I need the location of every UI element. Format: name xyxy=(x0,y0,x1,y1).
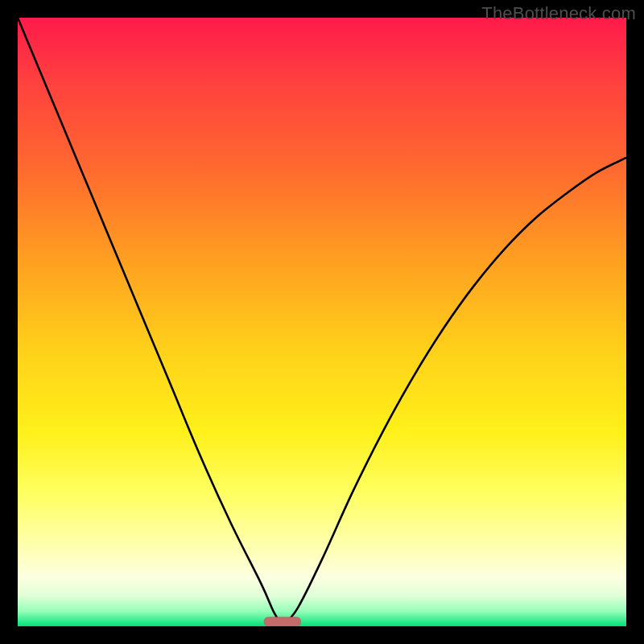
chart-frame: TheBottleneck.com xyxy=(0,0,644,644)
curve-right xyxy=(283,158,626,626)
watermark-text: TheBottleneck.com xyxy=(481,3,636,24)
chart-overlay xyxy=(18,18,626,626)
optimal-marker xyxy=(264,617,300,626)
chart-plot-area xyxy=(18,18,626,626)
curve-left xyxy=(18,18,283,626)
